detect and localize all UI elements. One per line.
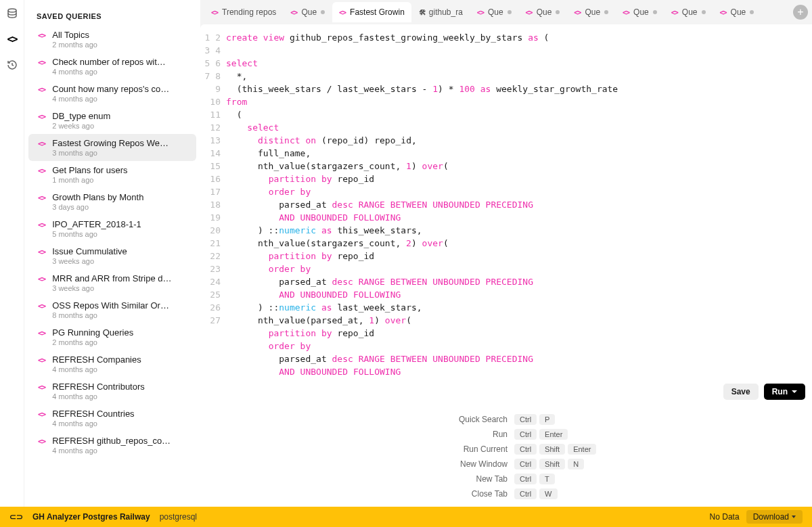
tab[interactable]: <>Que bbox=[664, 2, 713, 22]
tab-label: Que bbox=[633, 7, 649, 17]
saved-query-item[interactable]: <> Check number of repos wit… 4 months a… bbox=[28, 53, 196, 80]
key: Ctrl bbox=[514, 444, 537, 455]
shortcut-row: Close TabCtrlW bbox=[200, 486, 812, 501]
nodata-label: No Data bbox=[710, 512, 740, 522]
query-name: Check number of repos wit… bbox=[52, 57, 187, 67]
shortcut-label: New Tab bbox=[223, 474, 508, 484]
dirty-indicator bbox=[508, 10, 512, 14]
database-icon[interactable] bbox=[5, 7, 19, 20]
query-meta: 1 month ago bbox=[52, 176, 187, 184]
query-name: Count how many repos's co… bbox=[52, 84, 187, 94]
add-tab-button[interactable]: + bbox=[793, 5, 808, 20]
query-meta: 3 weeks ago bbox=[52, 284, 187, 292]
saved-query-item[interactable]: <> REFRESH Contributors 4 months ago bbox=[28, 377, 196, 405]
code-editor[interactable]: 1 2 3 4 5 6 7 8 9 10 11 12 13 14 15 16 1… bbox=[200, 24, 812, 407]
saved-query-item[interactable]: <> Growth Plans by Month 3 days ago bbox=[28, 188, 196, 215]
code-icon: <> bbox=[38, 139, 45, 148]
key: Ctrl bbox=[514, 474, 537, 484]
code-icon: <> bbox=[38, 112, 45, 121]
code-icon: <> bbox=[38, 58, 45, 67]
shortcut-label: Run bbox=[223, 430, 508, 439]
tab-label: Que bbox=[301, 7, 317, 17]
query-name: REFRESH Countries bbox=[52, 409, 187, 419]
key: Shift bbox=[539, 444, 565, 455]
query-name: Issue Cummulative bbox=[52, 246, 187, 256]
run-button[interactable]: Run bbox=[764, 384, 805, 400]
query-meta: 4 months ago bbox=[52, 392, 187, 400]
download-button[interactable]: Download bbox=[746, 510, 803, 524]
shortcut-label: Quick Search bbox=[223, 415, 508, 424]
query-name: REFRESH github_repos_co… bbox=[52, 436, 187, 446]
tab[interactable]: <>Que bbox=[713, 2, 761, 22]
query-meta: 2 months ago bbox=[52, 41, 187, 49]
query-meta: 4 months ago bbox=[52, 68, 187, 76]
key: Shift bbox=[539, 459, 565, 469]
tab[interactable]: <>Que bbox=[470, 2, 518, 22]
shortcut-row: RunCtrlEnter bbox=[200, 427, 812, 442]
code-icon: <> bbox=[38, 356, 45, 365]
query-meta: 3 months ago bbox=[52, 149, 187, 157]
tab[interactable]: 🛠github_ra bbox=[412, 2, 470, 22]
query-name: All Topics bbox=[52, 30, 187, 40]
tools-icon: 🛠 bbox=[419, 9, 425, 16]
code-icon: <> bbox=[38, 85, 45, 94]
query-name: Growth Plans by Month bbox=[52, 192, 187, 202]
editor-pane: <>Trending repos<>Que<>Fastest Growin🛠gi… bbox=[200, 0, 812, 507]
saved-query-item[interactable]: <> IPO_AFTER_2018-1-1 5 months ago bbox=[28, 215, 196, 242]
saved-query-item[interactable]: <> Issue Cummulative 3 weeks ago bbox=[28, 242, 196, 269]
key: N bbox=[568, 459, 584, 469]
saved-query-item[interactable]: <> DB_type enum 2 weeks ago bbox=[28, 107, 196, 134]
code-icon: <> bbox=[38, 166, 45, 175]
query-meta: 8 months ago bbox=[52, 311, 187, 319]
saved-query-item[interactable]: <> Count how many repos's co… 4 months a… bbox=[28, 80, 196, 107]
code-icon[interactable]: <> bbox=[5, 32, 19, 46]
dirty-indicator bbox=[604, 10, 608, 14]
query-meta: 4 months ago bbox=[52, 446, 187, 455]
tab-label: Que bbox=[537, 7, 552, 17]
code-icon: <> bbox=[38, 275, 45, 283]
history-icon[interactable] bbox=[5, 58, 19, 72]
tab-label: Que bbox=[488, 7, 503, 17]
dirty-indicator bbox=[556, 10, 560, 14]
tab[interactable]: <>Fastest Growin bbox=[332, 2, 411, 22]
query-meta: 4 months ago bbox=[52, 419, 187, 428]
query-meta: 3 days ago bbox=[52, 203, 187, 211]
tab-label: Que bbox=[585, 7, 600, 17]
connection-name[interactable]: GH Analyzer Postgres Railway bbox=[32, 512, 150, 522]
tab-label: Que bbox=[731, 7, 746, 17]
key: Enter bbox=[568, 444, 596, 455]
key: Ctrl bbox=[514, 429, 537, 440]
query-name: REFRESH Companies bbox=[52, 354, 187, 365]
dirty-indicator bbox=[653, 10, 657, 14]
tab[interactable]: <>Que bbox=[616, 2, 664, 22]
saved-query-item[interactable]: <> OSS Repos With Similar Or… 8 months a… bbox=[28, 296, 196, 323]
query-meta: 2 weeks ago bbox=[52, 122, 187, 130]
tab[interactable]: <>Trending repos bbox=[204, 2, 283, 22]
tab-label: Trending repos bbox=[222, 7, 276, 17]
dirty-indicator bbox=[702, 10, 706, 14]
query-meta: 3 weeks ago bbox=[52, 257, 187, 265]
saved-query-item[interactable]: <> REFRESH Countries 4 months ago bbox=[28, 405, 196, 432]
tab[interactable]: <>Que bbox=[284, 2, 332, 22]
saved-query-item[interactable]: <> PG Running Queries 2 months ago bbox=[28, 323, 196, 350]
tab[interactable]: <>Que bbox=[519, 2, 567, 22]
code-icon: <> bbox=[720, 9, 727, 16]
saved-query-item[interactable]: <> REFRESH Companies 4 months ago bbox=[28, 350, 196, 377]
saved-query-item[interactable]: <> Get Plans for users 1 month ago bbox=[28, 161, 196, 188]
code-icon: <> bbox=[38, 302, 45, 311]
query-name: REFRESH Contributors bbox=[52, 382, 187, 392]
query-name: Get Plans for users bbox=[52, 165, 187, 175]
line-gutter: 1 2 3 4 5 6 7 8 9 10 11 12 13 14 15 16 1… bbox=[200, 24, 226, 407]
shortcuts-panel: Quick SearchCtrlPRunCtrlEnterRun Current… bbox=[200, 407, 812, 507]
tab[interactable]: <>Que bbox=[567, 2, 615, 22]
dirty-indicator bbox=[321, 10, 325, 14]
code-content[interactable]: create view github_repos_fastest_growing… bbox=[226, 24, 812, 407]
saved-query-item[interactable]: <> REFRESH github_repos_co… 4 months ago bbox=[28, 432, 196, 459]
save-button[interactable]: Save bbox=[723, 384, 759, 400]
saved-query-item[interactable]: <> All Topics 2 months ago bbox=[28, 26, 196, 53]
query-meta: 4 months ago bbox=[52, 365, 187, 373]
saved-query-item[interactable]: <> Fastest Growing Repos We… 3 months ag… bbox=[28, 134, 196, 161]
tab-label: github_ra bbox=[429, 7, 463, 17]
key: Enter bbox=[539, 429, 568, 440]
saved-query-item[interactable]: <> MRR and ARR from Stripe d… 3 weeks ag… bbox=[28, 269, 196, 296]
